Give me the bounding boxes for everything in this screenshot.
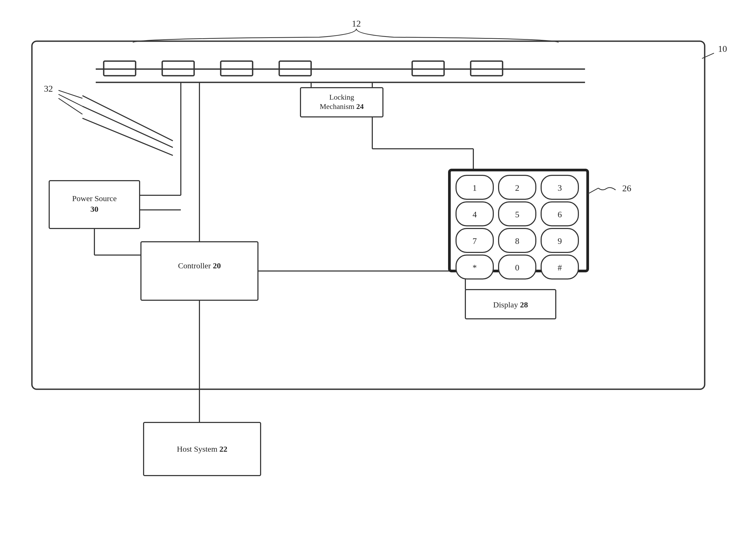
rf-signals-ref: 32 <box>44 84 53 94</box>
display-label: Display 28 <box>493 300 528 309</box>
controller-box <box>141 242 258 300</box>
svg-text:*: * <box>473 263 477 272</box>
locking-mechanism-label: Locking <box>329 93 354 101</box>
svg-text:0: 0 <box>515 263 519 272</box>
svg-text:2: 2 <box>515 183 519 193</box>
svg-line-0 <box>702 53 714 58</box>
svg-text:9: 9 <box>558 236 562 246</box>
svg-text:7: 7 <box>473 236 477 246</box>
svg-text:5: 5 <box>515 210 519 219</box>
svg-line-11 <box>82 118 173 156</box>
keypad-ref-label: 26 <box>622 183 631 193</box>
bus-ref-label: 12 <box>352 19 361 28</box>
diagram: 10 12 Locking Mechanism 24 32 Power Sour… <box>0 0 756 542</box>
svg-line-47 <box>588 188 598 194</box>
power-source-label1: Power Source <box>72 194 116 203</box>
svg-text:8: 8 <box>515 236 519 246</box>
power-source-label2: 30 <box>90 205 98 213</box>
controller-label: Controller 20 <box>178 261 221 270</box>
svg-line-9 <box>82 96 173 141</box>
svg-text:4: 4 <box>473 210 477 219</box>
system-ref-label: 10 <box>718 44 727 54</box>
svg-text:1: 1 <box>473 183 477 193</box>
svg-text:#: # <box>558 263 562 272</box>
svg-line-10 <box>82 106 173 148</box>
svg-text:6: 6 <box>558 210 562 219</box>
locking-mechanism-label2: Mechanism 24 <box>320 102 364 111</box>
host-system-label: Host System 22 <box>177 444 227 453</box>
svg-line-6 <box>59 90 82 98</box>
svg-text:3: 3 <box>558 183 562 193</box>
